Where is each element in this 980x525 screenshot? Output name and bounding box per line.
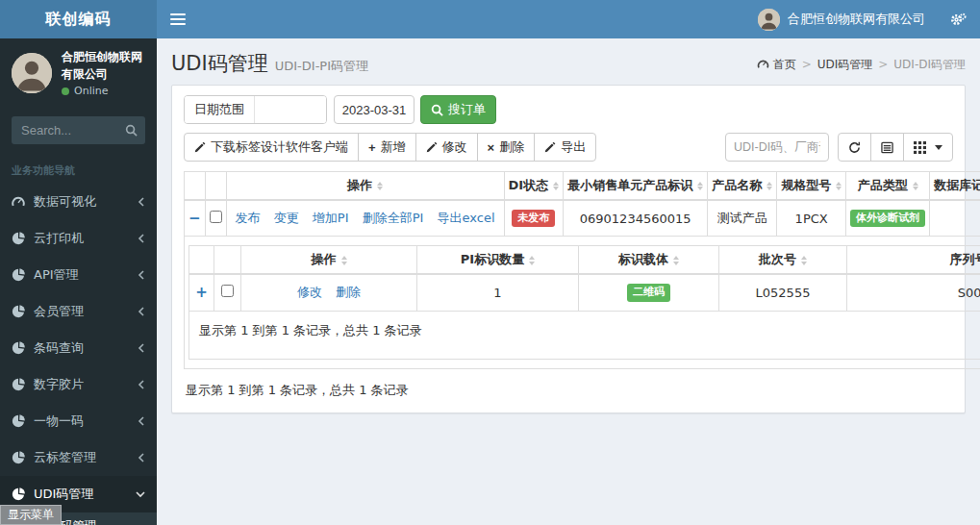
sidebar: 合肥恒创物联网有限公司 Online 业务功能导航 数据可视化 云打印机 API… <box>0 38 157 525</box>
online-dot-icon <box>62 88 69 95</box>
collapse-row-icon[interactable]: − <box>188 210 201 227</box>
publish-link[interactable]: 发布 <box>236 211 261 225</box>
settings-cogs-icon[interactable] <box>937 0 980 38</box>
sub-col-header-serial[interactable]: 序列号 <box>847 246 980 275</box>
sidebar-item-barcode-query[interactable]: 条码查询 <box>0 330 157 366</box>
sub-col-header-batch[interactable]: 批次号 <box>719 246 847 275</box>
date-end-input[interactable] <box>334 95 415 124</box>
navbar-company-name: 合肥恒创物联网有限公司 <box>788 11 925 28</box>
sub-col-header-carrier[interactable]: 标识载体 <box>579 246 719 275</box>
sidebar-toggle-button[interactable] <box>157 0 199 38</box>
di-status-badge: 未发布 <box>512 210 555 227</box>
refresh-button[interactable] <box>838 133 871 162</box>
sort-icon <box>529 253 535 268</box>
sidebar-item-member-management[interactable]: 会员管理 <box>0 293 157 330</box>
change-link[interactable]: 变更 <box>274 211 299 225</box>
min-unit-cell: 06901234560015 <box>564 200 708 237</box>
row-checkbox[interactable] <box>210 211 222 223</box>
sidebar-company-name: 合肥恒创物联网有限公司 <box>62 48 145 83</box>
udi-table-header-row: 操作 DI状态 最小销售单元产品标识 产品名称 规格型号 产品类型 数据库记录k… <box>185 172 980 201</box>
product-type-badge: 体外诊断试剂 <box>850 210 925 227</box>
table-record-info: 显示第 1 到第 1 条记录，总共 1 条记录 <box>184 369 953 401</box>
online-status: Online <box>62 85 145 97</box>
sort-icon <box>673 253 679 268</box>
sidebar-item-cloud-label-management[interactable]: 云标签管理 <box>0 439 157 476</box>
pie-chart-icon <box>12 378 25 391</box>
sub-edit-link[interactable]: 修改 <box>297 285 322 299</box>
col-header-di-status[interactable]: DI状态 <box>504 172 564 201</box>
pi-count-cell: 1 <box>417 274 579 311</box>
sidebar-user-panel: 合肥恒创物联网有限公司 Online <box>0 38 157 107</box>
cross-icon: × <box>488 141 495 154</box>
batch-cell: L052555 <box>719 274 847 311</box>
sidebar-item-api-management[interactable]: API管理 <box>0 257 157 293</box>
sidebar-item-label: 云打印机 <box>34 230 129 247</box>
add-pi-link[interactable]: 增加PI <box>313 211 349 225</box>
edit-button[interactable]: 修改 <box>415 133 478 162</box>
sidebar-item-cloud-printer[interactable]: 云打印机 <box>0 220 157 257</box>
export-excel-link[interactable]: 导出excel <box>438 211 495 225</box>
delete-all-pi-link[interactable]: 删除全部PI <box>363 211 424 225</box>
sidebar-item-label: 云标签管理 <box>34 449 129 466</box>
sidebar-item-data-visualization[interactable]: 数据可视化 <box>0 184 157 220</box>
col-header-operation[interactable]: 操作 <box>226 172 504 201</box>
top-navbar: 联创编码 合肥恒创物联网有限公司 <box>0 0 980 38</box>
spec-cell: 1PCX <box>777 200 846 237</box>
caret-down-icon <box>935 145 942 154</box>
pie-chart-icon <box>12 305 25 318</box>
breadcrumb: 首页 > UDI码管理 > UDI-DI码管理 <box>757 57 966 73</box>
col-header-product-type[interactable]: 产品类型 <box>846 172 930 201</box>
user-avatar-icon <box>758 9 780 31</box>
col-header-min-unit[interactable]: 最小销售单元产品标识 <box>564 172 708 201</box>
chevron-left-icon <box>138 270 145 280</box>
pie-chart-icon <box>12 232 25 245</box>
sort-icon <box>801 253 807 268</box>
sub-col-header-operation[interactable]: 操作 <box>241 246 417 275</box>
sub-table-record-info: 显示第 1 到第 1 条记录，总共 1 条记录 <box>188 312 980 360</box>
search-icon <box>125 124 138 137</box>
page-subtitle: UDI-DI-PI码管理 <box>275 59 368 73</box>
breadcrumb-current: UDI-DI码管理 <box>893 57 966 73</box>
sort-icon <box>766 179 772 194</box>
sidebar-item-label: API管理 <box>34 266 129 284</box>
col-header-product-name[interactable]: 产品名称 <box>708 172 777 201</box>
search-icon <box>431 104 443 116</box>
sidebar-search-input[interactable] <box>12 116 116 144</box>
table-row: − 发布 变更 增加PI 删除全部PI 导出excel 未发布 06901234… <box>185 200 980 237</box>
sidebar-item-label: 数据可视化 <box>34 193 129 211</box>
sub-col-header-pi-count[interactable]: PI标识数量 <box>417 246 579 275</box>
col-header-spec[interactable]: 规格型号 <box>777 172 846 201</box>
sub-carrier-badge: 二维码 <box>627 284 670 301</box>
add-button[interactable]: + 新增 <box>358 133 416 162</box>
product-name-cell: 测试产品 <box>708 200 777 237</box>
sidebar-item-one-item-one-code[interactable]: 一物一码 <box>0 403 157 439</box>
breadcrumb-udi-link[interactable]: UDI码管理 <box>817 57 873 73</box>
toggle-view-button[interactable] <box>870 133 904 162</box>
dashboard-icon <box>757 59 769 70</box>
pencil-icon <box>426 141 438 153</box>
show-menu-tooltip: 显示菜单 <box>0 505 62 525</box>
delete-button[interactable]: × 删除 <box>477 133 536 162</box>
pencil-icon <box>194 141 206 153</box>
breadcrumb-home-link[interactable]: 首页 <box>757 57 796 73</box>
export-button[interactable]: 导出 <box>534 133 596 162</box>
sub-row-checkbox[interactable] <box>221 285 234 297</box>
sort-icon <box>341 253 347 268</box>
date-range-start-input[interactable] <box>255 96 326 123</box>
download-label-software-button[interactable]: 下载标签设计软件客户端 <box>184 133 359 162</box>
col-header-db-key[interactable]: 数据库记录key <box>930 172 980 201</box>
sidebar-search <box>12 116 145 144</box>
columns-button[interactable] <box>903 133 953 162</box>
db-key-cell: - <box>930 200 980 237</box>
sub-delete-link[interactable]: 删除 <box>336 285 361 299</box>
sidebar-item-label: 一物一码 <box>34 412 129 430</box>
navbar-user-menu[interactable]: 合肥恒创物联网有限公司 <box>746 0 937 38</box>
sidebar-item-digital-film[interactable]: 数字胶片 <box>0 366 157 403</box>
table-search-input[interactable] <box>725 133 829 162</box>
search-order-button[interactable]: 搜订单 <box>420 95 496 124</box>
sidebar-item-label: 会员管理 <box>34 303 129 320</box>
pie-chart-icon <box>12 451 25 464</box>
expand-row-icon[interactable]: + <box>195 284 208 301</box>
app-logo[interactable]: 联创编码 <box>0 0 157 38</box>
sidebar-search-button[interactable] <box>116 116 145 144</box>
